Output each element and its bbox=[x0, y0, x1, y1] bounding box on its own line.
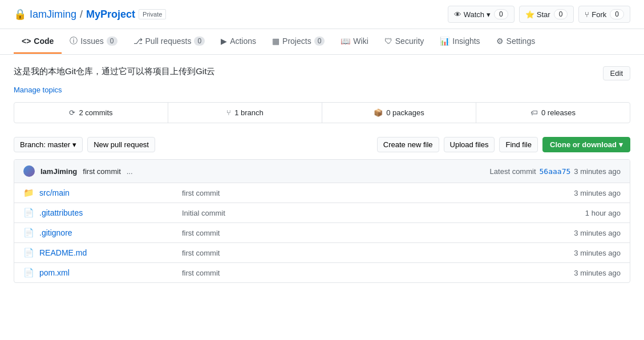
upload-files-button[interactable]: Upload files bbox=[444, 137, 495, 152]
tab-insights[interactable]: 📊 Insights bbox=[432, 30, 488, 54]
commits-stat[interactable]: ⟳ 2 commits bbox=[14, 103, 168, 123]
tab-pull-requests[interactable]: ⎇ Pull requests 0 bbox=[125, 30, 213, 54]
packages-count: 0 packages bbox=[386, 108, 424, 117]
commits-icon: ⟳ bbox=[69, 108, 75, 117]
file-time: 3 minutes ago bbox=[535, 229, 621, 237]
avatar bbox=[23, 165, 35, 177]
file-icon: 📄 bbox=[23, 248, 35, 258]
issues-count: 0 bbox=[107, 37, 118, 46]
file-table: IamJiming first commit ... Latest commit… bbox=[14, 159, 630, 283]
header-actions: 👁 Watch ▾ 0 ⭐ Star 0 ⑂ Fork 0 bbox=[448, 6, 630, 23]
star-label: Star bbox=[537, 10, 550, 19]
insights-icon: 📊 bbox=[440, 37, 449, 46]
language-bar bbox=[14, 126, 630, 128]
branch-stat[interactable]: ⑂ 1 branch bbox=[168, 103, 322, 123]
file-icon: 📄 bbox=[23, 208, 35, 218]
stats-bar: ⟳ 2 commits ⑂ 1 branch 📦 0 packages 🏷 0 … bbox=[14, 102, 630, 123]
branch-selector[interactable]: Branch: master ▾ bbox=[14, 137, 83, 152]
file-toolbar: Branch: master ▾ New pull request Create… bbox=[14, 137, 630, 152]
file-time: 1 hour ago bbox=[535, 209, 621, 217]
file-commit-msg: first commit bbox=[182, 269, 535, 277]
code-icon: <> bbox=[22, 37, 31, 46]
tab-wiki[interactable]: 📖 Wiki bbox=[333, 30, 376, 54]
commit-author[interactable]: IamJiming bbox=[40, 167, 77, 176]
file-name-link[interactable]: pom.xml bbox=[39, 268, 182, 277]
watch-count: 0 bbox=[494, 9, 508, 19]
repo-name-link[interactable]: MyProject bbox=[86, 9, 135, 21]
toolbar-left: Branch: master ▾ New pull request bbox=[14, 137, 155, 152]
packages-stat[interactable]: 📦 0 packages bbox=[322, 103, 476, 123]
releases-stat[interactable]: 🏷 0 releases bbox=[476, 103, 630, 123]
file-commit-msg: first commit bbox=[182, 189, 535, 197]
chevron-down-icon: ▾ bbox=[619, 140, 623, 149]
fork-count: 0 bbox=[610, 9, 624, 19]
private-badge: Private bbox=[139, 9, 166, 19]
tab-settings[interactable]: ⚙ Settings bbox=[488, 30, 544, 54]
toolbar-right: Create new file Upload files Find file C… bbox=[377, 137, 630, 152]
tab-projects[interactable]: ▦ Projects 0 bbox=[264, 30, 333, 54]
star-count: 0 bbox=[554, 9, 568, 19]
file-time: 3 minutes ago bbox=[535, 269, 621, 277]
clone-download-button[interactable]: Clone or download ▾ bbox=[542, 137, 630, 152]
repo-nav: <> Code ⓘ Issues 0 ⎇ Pull requests 0 ▶ A… bbox=[0, 29, 644, 55]
table-row: 📄 README.md first commit 3 minutes ago bbox=[14, 243, 630, 263]
branch-selector-label: Branch: master bbox=[20, 140, 70, 149]
actions-icon: ▶ bbox=[221, 37, 227, 46]
new-pull-request-button[interactable]: New pull request bbox=[87, 137, 155, 152]
star-button[interactable]: ⭐ Star 0 bbox=[519, 6, 574, 23]
table-row: 📄 pom.xml first commit 3 minutes ago bbox=[14, 263, 630, 282]
table-row: 📄 .gitignore first commit 3 minutes ago bbox=[14, 223, 630, 243]
settings-icon: ⚙ bbox=[496, 37, 504, 46]
repo-header: 🔒 IamJiming / MyProject Private 👁 Watch … bbox=[0, 0, 644, 29]
manage-topics-link[interactable]: Manage topics bbox=[14, 86, 62, 94]
file-name-link[interactable]: src/main bbox=[39, 188, 182, 197]
edit-description-button[interactable]: Edit bbox=[603, 66, 630, 80]
watch-button[interactable]: 👁 Watch ▾ 0 bbox=[448, 6, 515, 23]
eye-icon: 👁 bbox=[454, 10, 461, 19]
tab-issues[interactable]: ⓘ Issues 0 bbox=[62, 29, 125, 54]
file-name-link[interactable]: .gitattributes bbox=[39, 208, 182, 217]
star-icon: ⭐ bbox=[525, 10, 534, 19]
repo-title: 🔒 IamJiming / MyProject Private bbox=[14, 8, 166, 21]
file-time: 3 minutes ago bbox=[535, 249, 621, 257]
commit-meta: Latest commit 56aaa75 3 minutes ago bbox=[490, 167, 621, 176]
fork-icon: ⑂ bbox=[585, 10, 589, 19]
pr-count: 0 bbox=[194, 37, 205, 46]
file-commit-msg: first commit bbox=[182, 229, 535, 237]
projects-count: 0 bbox=[314, 37, 325, 46]
tab-security[interactable]: 🛡 Security bbox=[376, 30, 432, 54]
issue-icon: ⓘ bbox=[70, 36, 78, 46]
repo-description: 这是我的本地Git仓库，通过它可以将项目上传到Git云 bbox=[14, 66, 215, 77]
releases-count: 0 releases bbox=[541, 108, 576, 117]
find-file-button[interactable]: Find file bbox=[499, 137, 538, 152]
table-row: 📁 src/main first commit 3 minutes ago bbox=[14, 183, 630, 203]
watch-label: Watch bbox=[464, 10, 484, 19]
file-time: 3 minutes ago bbox=[535, 189, 621, 197]
table-row: 📄 .gitattributes Initial commit 1 hour a… bbox=[14, 203, 630, 223]
tab-code[interactable]: <> Code bbox=[14, 30, 62, 54]
repo-owner-link[interactable]: IamJiming bbox=[30, 9, 76, 21]
file-icon: 📄 bbox=[23, 228, 35, 238]
chevron-down-icon: ▾ bbox=[72, 140, 76, 149]
releases-icon: 🏷 bbox=[530, 108, 538, 117]
file-name-link[interactable]: .gitignore bbox=[39, 228, 182, 237]
folder-icon: 📁 bbox=[23, 188, 35, 198]
branch-icon: ⑂ bbox=[226, 108, 231, 117]
clone-label: Clone or download bbox=[550, 140, 617, 149]
latest-commit-row: IamJiming first commit ... Latest commit… bbox=[14, 160, 630, 183]
file-icon: 📄 bbox=[23, 268, 35, 278]
commits-count: 2 commits bbox=[79, 108, 112, 117]
commit-message: first commit bbox=[83, 167, 120, 176]
create-new-file-button[interactable]: Create new file bbox=[377, 137, 439, 152]
branch-count: 1 branch bbox=[234, 108, 264, 117]
tab-actions[interactable]: ▶ Actions bbox=[213, 30, 264, 54]
file-commit-msg: Initial commit bbox=[182, 209, 535, 217]
fork-label: Fork bbox=[592, 10, 606, 19]
commit-more-button[interactable]: ... bbox=[127, 167, 133, 176]
lock-icon: 🔒 bbox=[14, 8, 26, 21]
pr-icon: ⎇ bbox=[133, 37, 143, 46]
fork-button[interactable]: ⑂ Fork 0 bbox=[578, 6, 630, 23]
repo-description-row: 这是我的本地Git仓库，通过它可以将项目上传到Git云 Edit bbox=[14, 66, 630, 80]
commit-hash-link[interactable]: 56aaa75 bbox=[540, 167, 571, 176]
file-name-link[interactable]: README.md bbox=[39, 248, 182, 257]
